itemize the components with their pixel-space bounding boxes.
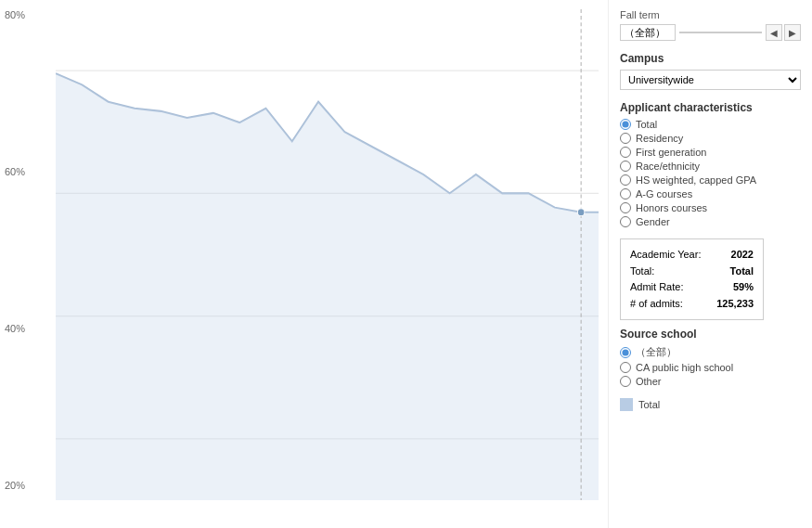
radio-item-residency[interactable]: Residency — [620, 133, 801, 144]
applicant-char-label: Applicant characteristics — [620, 101, 801, 114]
y-label-20: 20% — [5, 480, 25, 491]
source-school-filter: Source school （全部） CA public high school… — [620, 328, 801, 387]
chart-area: 80% 60% 40% 20% — [0, 0, 608, 528]
radio-firstgen[interactable] — [620, 147, 631, 158]
radio-gender[interactable] — [620, 216, 631, 227]
term-slider[interactable] — [679, 32, 762, 33]
source-school-group: （全部） CA public high school Other — [620, 345, 801, 387]
nav-arrows: ◀ ▶ — [766, 24, 801, 41]
radio-item-hsgpa[interactable]: HS weighted, capped GPA — [620, 174, 801, 186]
legend-item-total: Total — [620, 398, 801, 411]
tooltip-total-label: Total: — [630, 264, 654, 280]
radio-gender-label: Gender — [636, 216, 670, 227]
tooltip-total-row: Total: Total — [630, 264, 754, 280]
radio-other-school-label: Other — [636, 376, 662, 387]
campus-select[interactable]: Universitywide Berkeley Davis Irvine Los… — [620, 70, 801, 90]
legend-label-total: Total — [638, 399, 660, 410]
applicant-char-filter: Applicant characteristics Total Residenc… — [620, 101, 801, 227]
radio-item-other-school[interactable]: Other — [620, 376, 801, 387]
y-label-40: 40% — [5, 323, 25, 334]
applicant-char-group: Total Residency First generation Race/et… — [620, 119, 801, 227]
radio-item-honors[interactable]: Honors courses — [620, 202, 801, 213]
source-school-label: Source school — [620, 328, 801, 341]
tooltip-year-row: Academic Year: 2022 — [630, 247, 754, 264]
tooltip-admits-value: 125,233 — [716, 296, 754, 313]
y-label-80: 80% — [5, 9, 25, 20]
svg-marker-4 — [56, 73, 599, 500]
radio-total[interactable] — [620, 119, 631, 130]
tooltip-admits-label: # of admits: — [630, 296, 683, 313]
term-label: Fall term — [620, 9, 801, 20]
campus-filter: Campus Universitywide Berkeley Davis Irv… — [620, 52, 801, 90]
radio-item-all-schools[interactable]: （全部） — [620, 345, 801, 359]
term-filter: Fall term ◀ ▶ — [620, 9, 801, 41]
radio-race[interactable] — [620, 161, 631, 172]
radio-ca-public[interactable] — [620, 362, 631, 373]
radio-honors-label: Honors courses — [636, 202, 707, 213]
tooltip-admits-row: # of admits: 125,233 — [630, 296, 754, 313]
nav-prev-button[interactable]: ◀ — [766, 24, 782, 41]
radio-item-total[interactable]: Total — [620, 119, 801, 130]
term-row: ◀ ▶ — [620, 24, 801, 41]
radio-residency[interactable] — [620, 133, 631, 144]
tooltip-admitrate-value: 59% — [733, 279, 754, 296]
campus-label: Campus — [620, 52, 801, 65]
radio-hsgpa[interactable] — [620, 174, 631, 186]
radio-ag[interactable] — [620, 188, 631, 200]
tooltip-admitrate-label: Admit Rate: — [630, 279, 683, 296]
radio-ag-label: A-G courses — [636, 188, 692, 200]
y-axis: 80% 60% 40% 20% — [5, 0, 25, 500]
tooltip-total-value: Total — [730, 264, 754, 280]
line-chart — [56, 9, 599, 500]
radio-total-label: Total — [636, 119, 657, 130]
tooltip-year-label: Academic Year: — [630, 247, 701, 264]
radio-firstgen-label: First generation — [636, 147, 706, 158]
tooltip-admitrate-row: Admit Rate: 59% — [630, 279, 754, 296]
radio-hsgpa-label: HS weighted, capped GPA — [636, 174, 756, 186]
radio-item-firstgen[interactable]: First generation — [620, 147, 801, 158]
radio-all-schools-label: （全部） — [636, 345, 677, 359]
radio-honors[interactable] — [620, 202, 631, 213]
svg-point-6 — [577, 209, 585, 216]
tooltip-year-value: 2022 — [731, 247, 754, 264]
radio-ca-public-label: CA public high school — [636, 362, 733, 373]
radio-item-ca-public[interactable]: CA public high school — [620, 362, 801, 373]
radio-item-ag[interactable]: A-G courses — [620, 188, 801, 200]
radio-other-school[interactable] — [620, 376, 631, 387]
legend-color-total — [620, 398, 633, 411]
radio-race-label: Race/ethnicity — [636, 161, 700, 172]
nav-next-button[interactable]: ▶ — [784, 24, 801, 41]
y-label-60: 60% — [5, 166, 25, 177]
radio-all-schools[interactable] — [620, 347, 631, 358]
term-input[interactable] — [620, 24, 676, 41]
radio-residency-label: Residency — [636, 133, 683, 144]
radio-item-gender[interactable]: Gender — [620, 216, 801, 227]
sidebar: Fall term ◀ ▶ Campus Universitywide Berk… — [608, 0, 812, 528]
tooltip-box: Academic Year: 2022 Total: Total Admit R… — [620, 238, 764, 320]
radio-item-race[interactable]: Race/ethnicity — [620, 161, 801, 172]
